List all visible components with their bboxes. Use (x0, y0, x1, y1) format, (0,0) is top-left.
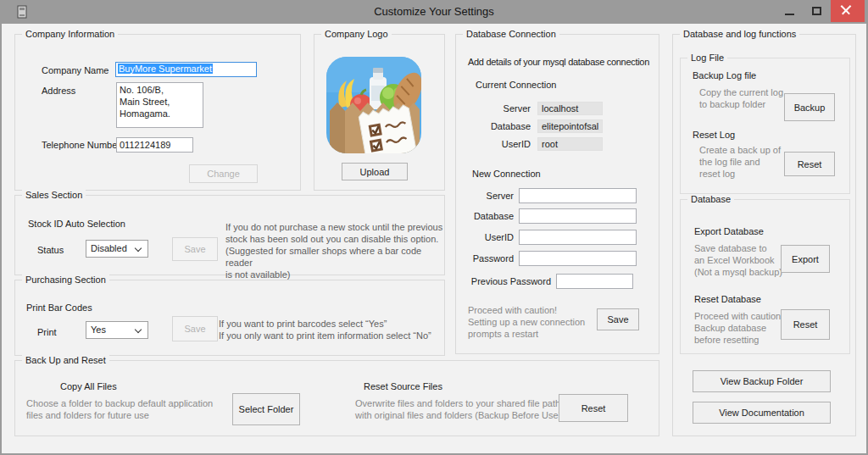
log-file-group-title: Log File (687, 53, 727, 63)
print-dropdown[interactable]: Yes (86, 321, 148, 339)
current-connection-title: Current Connection (476, 80, 556, 90)
minimize-icon (785, 14, 794, 15)
settings-window: Customize Your Settings Company Informat… (0, 0, 868, 455)
status-dropdown-value: Disabled (91, 243, 127, 253)
status-dropdown[interactable]: Disabled (86, 240, 148, 258)
telephone-input[interactable] (116, 137, 193, 153)
minimize-button[interactable] (776, 0, 804, 22)
new-userid-input[interactable] (519, 230, 637, 245)
current-userid-field (537, 137, 603, 151)
export-database-desc: Save database to an Excel Workbook (Not … (694, 242, 782, 278)
company-logo-image (326, 57, 421, 155)
current-database-label: Database (473, 121, 531, 131)
company-name-selected-text: BuyMore Supermarket (118, 64, 213, 74)
database-connection-group: Database Connection Add details of your … (455, 34, 659, 354)
reset-log-desc: Create a back up of the log file and res… (699, 144, 781, 180)
print-label: Print (37, 327, 57, 337)
maximize-icon (812, 7, 821, 15)
reset-database-desc: Proceed with caution! Backup database be… (694, 310, 783, 346)
close-button[interactable] (831, 0, 865, 22)
sales-save-button[interactable]: Save (172, 237, 218, 261)
change-button[interactable]: Change (189, 164, 258, 183)
backup-reset-group: Back Up and Reset Copy All Files Choose … (14, 360, 659, 436)
company-info-group-title: Company Information (22, 29, 118, 39)
print-dropdown-value: Yes (91, 325, 106, 335)
database-group-title: Database (687, 194, 734, 204)
new-connection-title: New Connection (472, 169, 541, 179)
backup-log-button[interactable]: Backup (784, 93, 835, 121)
stock-id-auto-heading: Stock ID Auto Selection (28, 219, 125, 229)
form-content: Company Information Company Name BuyMore… (2, 24, 866, 453)
new-database-label: Database (461, 211, 514, 221)
new-password-input[interactable] (519, 251, 637, 266)
export-database-button[interactable]: Export (781, 245, 830, 273)
view-backup-folder-button[interactable]: View Backup Folder (693, 370, 831, 392)
current-database-field (537, 119, 603, 133)
db-log-functions-group: Database and log functions Log File Back… (672, 34, 856, 436)
db-connection-intro: Add details of your mysql database conne… (468, 57, 649, 67)
new-server-input[interactable] (519, 188, 637, 203)
new-password-label: Password (461, 253, 514, 264)
purchasing-section-group-title: Purchasing Section (22, 275, 109, 285)
window-title: Customize Your Settings (0, 5, 868, 18)
new-database-input[interactable] (519, 208, 637, 224)
sales-section-group-title: Sales Section (22, 190, 86, 200)
company-name-input[interactable]: BuyMore Supermarket (115, 62, 257, 77)
reset-source-files-heading: Reset Source Files (364, 381, 442, 391)
export-database-heading: Export Database (694, 226, 764, 236)
new-server-label: Server (461, 191, 514, 201)
new-userid-label: UserID (461, 232, 514, 242)
company-info-group: Company Information Company Name BuyMore… (14, 34, 301, 191)
company-logo-group-title: Company Logo (321, 29, 392, 39)
titlebar: Customize Your Settings (0, 0, 868, 24)
company-logo-group: Company Logo (314, 34, 445, 191)
current-server-field (537, 102, 603, 115)
maximize-button[interactable] (804, 0, 831, 22)
print-bar-codes-heading: Print Bar Codes (26, 302, 92, 313)
reset-source-files-button[interactable]: Reset (559, 394, 628, 422)
backup-log-heading: Backup Log file (693, 70, 756, 80)
address-input[interactable]: No. 106/B, Main Street, Homagama. (116, 82, 203, 128)
previous-password-input[interactable] (556, 274, 633, 289)
telephone-label: Telephone Number (42, 140, 120, 150)
copy-all-files-desc: Choose a folder to backup default applic… (26, 397, 213, 421)
current-userid-label: UserID (473, 139, 531, 149)
reset-database-button[interactable]: Reset (781, 309, 830, 340)
database-group: Database Export Database Save database t… (680, 199, 850, 354)
db-connection-save-button[interactable]: Save (597, 308, 639, 330)
log-file-group: Log File Backup Log file Copy the curren… (680, 58, 850, 194)
purchasing-save-button[interactable]: Save (172, 316, 218, 341)
reset-log-heading: Reset Log (693, 130, 735, 140)
reset-source-files-desc: Overwrite files and folders to your shar… (355, 397, 561, 421)
chevron-down-icon (135, 245, 142, 252)
chevron-down-icon (135, 326, 142, 333)
upload-button[interactable]: Upload (342, 163, 408, 180)
company-name-label: Company Name (42, 65, 108, 75)
db-log-functions-group-title: Database and log functions (680, 29, 799, 39)
db-connection-caution: Proceed with caution! Setting up a new c… (468, 304, 585, 340)
previous-password-label: Previous Password (463, 276, 551, 286)
purchasing-section-group: Purchasing Section Print Bar Codes Print… (14, 280, 445, 356)
sales-desc: If you do not purchase a new stock until… (225, 221, 444, 280)
sales-section-group: Sales Section Stock ID Auto Selection St… (14, 195, 445, 275)
reset-database-heading: Reset Database (694, 294, 761, 304)
address-label: Address (42, 86, 75, 96)
status-label: Status (37, 245, 64, 255)
database-connection-group-title: Database Connection (463, 29, 559, 39)
window-controls (776, 0, 865, 22)
select-folder-button[interactable]: Select Folder (232, 393, 300, 425)
current-server-label: Server (473, 103, 531, 114)
view-documentation-button[interactable]: View Documentation (693, 402, 831, 424)
backup-reset-group-title: Back Up and Reset (22, 355, 109, 365)
purchasing-desc: If you want to print barcodes select “Ye… (219, 318, 431, 341)
reset-log-button[interactable]: Reset (784, 152, 835, 176)
backup-log-desc: Copy the current log to backup folder (699, 86, 783, 110)
copy-all-files-heading: Copy All Files (60, 381, 117, 391)
